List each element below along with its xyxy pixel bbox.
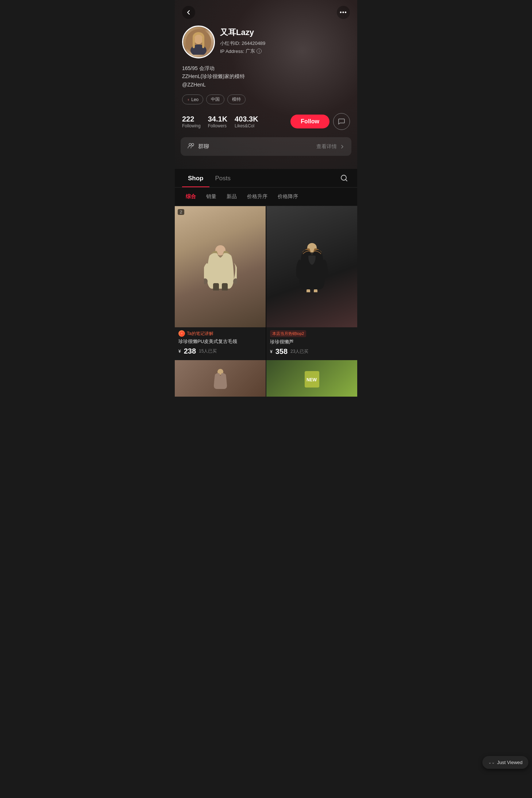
svg-rect-19	[314, 289, 317, 292]
group-chat-icon	[187, 142, 195, 151]
svg-rect-4	[193, 37, 195, 48]
tab-bar: Shop Posts	[175, 169, 357, 188]
likes-label: Likes&Col	[235, 123, 254, 128]
bio-line-1: 165/95 会浮动	[182, 64, 350, 72]
svg-point-7	[192, 143, 194, 146]
stats-actions: Follow	[290, 113, 350, 130]
product-info-1: Ta的笔记讲解 珍珍很懒PU皮美式复古毛领 ¥ 238 15人已买	[175, 327, 266, 360]
bottom-products-row: NEW	[175, 360, 357, 397]
profile-hero: •••	[175, 0, 357, 169]
profile-bio: 165/95 会浮动 ZZHenL(珍珍很懒)家的模特 @ZZHenL	[175, 64, 357, 93]
profile-text-info: 又耳Lazy 小红书ID: 264420489 IP Address: 广东 i	[220, 26, 350, 54]
product-badge-1: 2	[178, 209, 184, 215]
filter-comprehensive[interactable]: 综合	[181, 191, 201, 202]
likes-count: 403.3K	[235, 115, 258, 123]
avatar	[182, 26, 215, 58]
follow-button[interactable]: Follow	[290, 115, 329, 128]
product-price-row-1: ¥ 238 15人已买	[178, 347, 262, 355]
followers-label: Followers	[208, 123, 227, 128]
svg-rect-5	[202, 37, 204, 48]
group-chat-banner[interactable]: 群聊 查看详情	[181, 137, 351, 156]
svg-text:NEW: NEW	[307, 377, 317, 382]
product-image-2	[266, 206, 357, 327]
profile-info-row: 又耳Lazy 小红书ID: 264420489 IP Address: 广东 i	[175, 22, 357, 64]
tag-leo-label: Leo	[191, 97, 198, 102]
back-button[interactable]	[182, 6, 195, 19]
hot-badge-row: 本店当月热销top2	[270, 330, 354, 337]
stat-followers[interactable]: 34.1K Followers	[208, 115, 227, 128]
svg-rect-11	[222, 283, 228, 290]
stat-following[interactable]: 222 Following	[182, 115, 201, 128]
price-symbol-2: ¥	[270, 349, 273, 354]
product-title-1: 珍珍很懒PU皮美式复古毛领	[178, 338, 262, 345]
price-amount-2: 358	[275, 347, 288, 356]
tag-job-label: 模特	[232, 96, 241, 103]
filter-sales[interactable]: 销量	[201, 191, 221, 202]
profile-ip: IP Address: 广东 i	[220, 48, 350, 54]
note-badge-icon	[178, 330, 185, 337]
product-price-row-2: ¥ 358 23人已买	[270, 347, 354, 356]
following-label: Following	[182, 123, 201, 128]
chevron-right-icon	[340, 144, 345, 149]
filter-price-asc[interactable]: 价格升序	[242, 191, 273, 202]
profile-xiaohongshu-id: 小红书ID: 264420489	[220, 40, 350, 47]
product-mini-1[interactable]	[175, 360, 266, 397]
note-badge-text: Ta的笔记讲解	[187, 331, 213, 337]
filter-new[interactable]: 新品	[221, 191, 242, 202]
svg-point-14	[180, 332, 184, 335]
filter-row: 综合 销量 新品 价格升序 价格降序	[175, 188, 357, 206]
info-icon[interactable]: i	[257, 49, 262, 54]
profile-name: 又耳Lazy	[220, 27, 350, 38]
hot-badge: 本店当月热销top2	[270, 330, 306, 337]
tab-shop[interactable]: Shop	[182, 169, 209, 187]
product-title-2: 珍珍很懒芦	[270, 339, 354, 345]
tag-country-label: 中国	[211, 96, 220, 103]
sold-count-2: 23人已买	[290, 348, 308, 355]
avatar-image	[183, 27, 214, 57]
product-note-badge: Ta的笔记讲解	[178, 330, 262, 337]
tag-zodiac[interactable]: Leo	[182, 95, 203, 104]
tag-country[interactable]: 中国	[206, 95, 224, 104]
product-info-2: 本店当月热销top2 珍珍很懒芦 ¥ 358 23人已买	[266, 327, 357, 360]
product-card-2[interactable]: 本店当月热销top2 珍珍很懒芦 ¥ 358 23人已买	[266, 206, 357, 360]
nav-bar: •••	[175, 0, 357, 22]
profile-tags: Leo 中国 模特	[175, 93, 357, 110]
tab-posts[interactable]: Posts	[209, 169, 237, 187]
svg-rect-18	[307, 289, 310, 292]
stats-row: 222 Following 34.1K Followers 403.3K Lik…	[175, 110, 357, 136]
bio-line-2: ZZHenL(珍珍很懒)家的模特	[182, 72, 350, 80]
price-symbol-1: ¥	[178, 349, 181, 354]
tag-job[interactable]: 模特	[227, 95, 246, 104]
stat-likes[interactable]: 403.3K Likes&Col	[235, 115, 258, 128]
svg-rect-10	[213, 283, 219, 290]
group-chat-label: 群聊	[198, 143, 313, 150]
product-grid: 2 Ta的笔记讲解 珍珍很懒PU皮美式复古毛领 ¥ 238 15人已买	[175, 206, 357, 360]
product-image-1: 2	[175, 206, 266, 327]
sold-count-1: 15人已买	[199, 348, 217, 354]
product-card-1[interactable]: 2 Ta的笔记讲解 珍珍很懒PU皮美式复古毛领 ¥ 238 15人已买	[175, 206, 266, 360]
message-button[interactable]	[333, 113, 350, 130]
more-button[interactable]: •••	[337, 6, 350, 19]
group-chat-detail: 查看详情	[316, 143, 337, 150]
price-amount-1: 238	[184, 347, 196, 355]
product-mini-2[interactable]: NEW	[266, 360, 357, 397]
filter-price-desc[interactable]: 价格降序	[273, 191, 303, 202]
tab-search-button[interactable]	[338, 172, 350, 184]
svg-point-6	[189, 143, 191, 146]
svg-point-2	[194, 35, 203, 44]
following-count: 222	[182, 115, 194, 123]
followers-count: 34.1K	[208, 115, 227, 123]
bio-line-3: @ZZHenL	[182, 81, 350, 89]
